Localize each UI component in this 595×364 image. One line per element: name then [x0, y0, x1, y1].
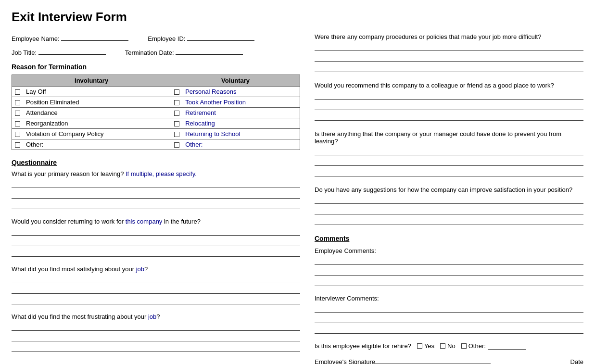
right-column: Were there any company procedures or pol…: [315, 33, 583, 364]
answer-line[interactable]: [12, 334, 300, 341]
right-questions-container: Were there any company procedures or pol…: [315, 33, 583, 225]
right-answer-line[interactable]: [315, 102, 583, 110]
answer-line[interactable]: [12, 286, 300, 294]
voluntary-checkbox-cell[interactable]: [171, 129, 183, 139]
involuntary-checkbox-cell[interactable]: [12, 108, 24, 118]
right-answer-line[interactable]: [315, 54, 583, 62]
voluntary-checkbox[interactable]: [174, 111, 179, 116]
employee-id-label: Employee ID:: [148, 35, 185, 42]
involuntary-checkbox[interactable]: [15, 142, 20, 148]
employee-comment-line[interactable]: [315, 268, 583, 276]
answer-lines-0: [12, 180, 300, 209]
right-answer-line[interactable]: [315, 158, 583, 166]
employee-comment-line[interactable]: [315, 257, 583, 265]
voluntary-checkbox-cell[interactable]: [171, 139, 183, 150]
employee-comments-block: Employee Comments:: [315, 247, 583, 286]
answer-line[interactable]: [12, 249, 300, 257]
termination-table: Involuntary Voluntary Lay OffPersonal Re…: [12, 75, 300, 150]
job-title-label: Job Title:: [12, 49, 37, 56]
termination-date-value[interactable]: [176, 47, 243, 55]
answer-lines-3: [12, 323, 300, 352]
table-row: Violation of Company PolicyReturning to …: [12, 129, 300, 139]
voluntary-header: Voluntary: [171, 75, 300, 87]
involuntary-checkbox-cell[interactable]: [12, 97, 24, 108]
answer-line[interactable]: [12, 238, 300, 246]
answer-lines-2: [12, 276, 300, 304]
voluntary-checkbox[interactable]: [174, 142, 179, 148]
table-row: Other:Other:: [12, 139, 300, 150]
voluntary-checkbox-cell[interactable]: [171, 118, 183, 129]
question-block-2: What did you find most satisfying about …: [12, 265, 300, 304]
voluntary-checkbox[interactable]: [174, 89, 179, 95]
right-answer-line[interactable]: [315, 207, 583, 214]
table-row: Position EliminatedTook Another Position: [12, 97, 300, 108]
interviewer-comments-block: Interviewer Comments:: [315, 295, 583, 334]
voluntary-label: Retirement: [182, 108, 300, 118]
answer-line[interactable]: [12, 323, 300, 331]
right-answer-lines-0: [315, 43, 583, 72]
answer-line[interactable]: [12, 297, 300, 304]
question-block-1: Would you consider returning to work for…: [12, 218, 300, 257]
right-answer-line[interactable]: [315, 217, 583, 225]
rehire-other-option[interactable]: Other:: [461, 342, 526, 350]
interviewer-comment-line[interactable]: [315, 315, 583, 323]
voluntary-checkbox[interactable]: [174, 132, 179, 137]
rehire-yes-option[interactable]: Yes: [417, 342, 434, 350]
signatures-container: Employee's SignatureDateInterviewer's Si…: [315, 356, 583, 364]
involuntary-checkbox-cell[interactable]: [12, 139, 24, 150]
employee-fields-row1: Employee Name: Employee ID:: [12, 33, 300, 42]
table-row: ReorganizationRelocating: [12, 118, 300, 129]
employee-comment-line[interactable]: [315, 278, 583, 286]
involuntary-checkbox[interactable]: [15, 100, 20, 105]
involuntary-checkbox[interactable]: [15, 132, 20, 137]
rehire-yes-checkbox[interactable]: [417, 343, 422, 349]
involuntary-checkbox-cell[interactable]: [12, 129, 24, 139]
answer-line[interactable]: [12, 180, 300, 188]
answer-line[interactable]: [12, 228, 300, 236]
rehire-other-value[interactable]: [488, 343, 526, 350]
voluntary-checkbox-cell[interactable]: [171, 97, 183, 108]
signature-line-0[interactable]: [375, 356, 491, 364]
right-answer-line[interactable]: [315, 92, 583, 100]
employee-fields-row2: Job Title: Termination Date:: [12, 47, 300, 56]
answer-line[interactable]: [12, 344, 300, 352]
employee-name-value[interactable]: [61, 33, 128, 41]
rehire-row: Is this employee eligible for rehire? Ye…: [315, 342, 583, 350]
right-answer-line[interactable]: [315, 64, 583, 72]
involuntary-checkbox-cell[interactable]: [12, 87, 24, 97]
right-answer-line[interactable]: [315, 169, 583, 176]
voluntary-label: Took Another Position: [182, 97, 300, 108]
right-answer-line[interactable]: [315, 148, 583, 155]
employee-comments-label: Employee Comments:: [315, 247, 583, 254]
answer-line[interactable]: [12, 191, 300, 199]
right-answer-line[interactable]: [315, 196, 583, 204]
answer-line[interactable]: [12, 276, 300, 283]
job-title-field: Job Title:: [12, 47, 106, 56]
question-text-1: Would you consider returning to work for…: [12, 218, 300, 225]
question-after-1: in the future?: [162, 218, 201, 225]
question-plain-3: What did you find the most frustrating a…: [12, 313, 148, 320]
job-title-value[interactable]: [38, 47, 106, 55]
question-plain-1: Would you consider returning to work for: [12, 218, 126, 225]
involuntary-checkbox[interactable]: [15, 89, 20, 95]
right-answer-line[interactable]: [315, 113, 583, 121]
rehire-no-checkbox[interactable]: [440, 343, 445, 349]
employee-id-value[interactable]: [187, 33, 254, 41]
voluntary-checkbox[interactable]: [174, 121, 179, 126]
interviewer-comment-line[interactable]: [315, 305, 583, 313]
involuntary-checkbox-cell[interactable]: [12, 118, 24, 129]
rehire-other-checkbox[interactable]: [461, 343, 467, 349]
question-em-2: job: [136, 265, 144, 273]
involuntary-checkbox[interactable]: [15, 111, 20, 116]
right-question-block-1: Would you recommend this company to a co…: [315, 82, 583, 121]
voluntary-checkbox-cell[interactable]: [171, 108, 183, 118]
voluntary-checkbox-cell[interactable]: [171, 87, 183, 97]
rehire-no-option[interactable]: No: [440, 342, 456, 350]
right-answer-line[interactable]: [315, 43, 583, 51]
rehire-other-label: Other:: [468, 342, 486, 350]
voluntary-checkbox[interactable]: [174, 100, 179, 105]
involuntary-checkbox[interactable]: [15, 121, 20, 126]
answer-line[interactable]: [12, 201, 300, 209]
answer-lines-1: [12, 228, 300, 257]
interviewer-comment-line[interactable]: [315, 326, 583, 334]
